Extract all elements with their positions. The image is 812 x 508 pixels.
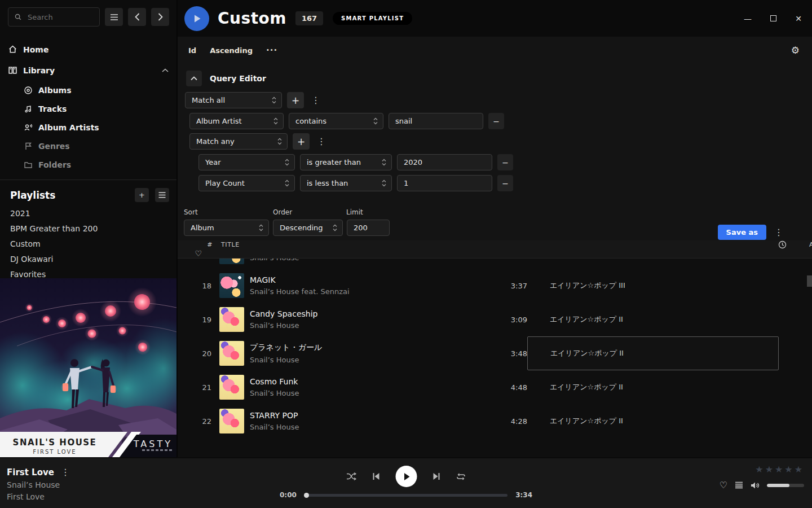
track-title[interactable]: STARRY POP <box>250 411 482 420</box>
remove-rule-button[interactable]: − <box>497 175 513 191</box>
group1-menu-icon[interactable]: ⋮ <box>309 95 323 106</box>
nav-forward-button[interactable] <box>151 8 169 26</box>
playlist-item-dj-okawari[interactable]: DJ Okawari <box>0 251 176 266</box>
play-button[interactable] <box>396 466 417 487</box>
playlist-item-bpm[interactable]: BPM Greater than 200 <box>0 221 176 236</box>
now-playing-album[interactable]: First Love <box>7 492 70 501</box>
save-as-button[interactable]: Save as <box>718 225 766 240</box>
smart-playlist-badge: SMART PLAYLIST <box>333 12 412 25</box>
rule-operator-select[interactable]: is greater than <box>300 154 392 170</box>
nav-back-button[interactable] <box>128 8 146 26</box>
track-title[interactable]: Cosmo Funk <box>250 377 482 386</box>
add-rule-button-group2[interactable]: + <box>293 133 310 150</box>
duration-clock-icon[interactable] <box>527 240 787 249</box>
sort-select[interactable]: Album <box>184 220 269 236</box>
sidebar-item-albums[interactable]: Albums <box>24 81 176 99</box>
rule-value-input[interactable]: 1 <box>397 175 492 191</box>
sidebar-item-folders[interactable]: Folders <box>24 155 176 174</box>
track-title[interactable]: プラネット・ガール <box>250 343 482 353</box>
now-playing-menu-icon[interactable]: ⋮ <box>61 467 70 478</box>
track-cover-thumb <box>219 307 244 332</box>
favorite-button[interactable]: ♡ <box>720 480 727 491</box>
sidebar-item-label: Albums <box>38 86 72 95</box>
track-album[interactable]: エイリアン☆ポップ II <box>527 404 787 438</box>
seek-knob[interactable] <box>304 493 309 498</box>
order-label: Order <box>273 208 346 216</box>
table-row[interactable]: 20 プラネット・ガールSnail’s House 3:48 エイリアン☆ポップ… <box>178 336 812 370</box>
favorite-column-icon[interactable]: ♡ <box>178 249 219 258</box>
track-album-focused-cell[interactable]: エイリアン☆ポップ II <box>527 336 779 370</box>
updown-icon <box>285 179 289 187</box>
seek-bar[interactable] <box>304 494 508 497</box>
volume-icon[interactable] <box>751 481 760 489</box>
rule-value-input[interactable]: snail <box>389 113 483 129</box>
track-artist[interactable]: Snail’s House <box>250 321 482 330</box>
remove-rule-button[interactable]: − <box>497 154 513 170</box>
table-row[interactable]: 22 STARRY POPSnail’s House 4:28 エイリアン☆ポッ… <box>178 404 812 438</box>
next-button[interactable] <box>433 472 441 480</box>
rule-value-input[interactable]: 2020 <box>397 154 492 170</box>
gear-icon[interactable]: ⚙ <box>791 45 800 56</box>
match-select-group1[interactable]: Match all <box>185 92 282 108</box>
match-select-group2[interactable]: Match any <box>189 133 288 150</box>
window-maximize-button[interactable] <box>769 14 778 23</box>
window-close-button[interactable]: ✕ <box>794 14 803 23</box>
shuffle-button[interactable] <box>346 472 357 481</box>
sidebar-item-library[interactable]: Library <box>0 60 176 81</box>
group2-menu-icon[interactable]: ⋮ <box>315 136 328 147</box>
now-playing-artist[interactable]: Snail’s House <box>7 480 70 489</box>
menu-button[interactable] <box>105 8 123 26</box>
collapse-chevron-icon[interactable] <box>162 68 169 73</box>
track-title[interactable]: MAGIK <box>250 275 482 284</box>
sidebar-item-home[interactable]: Home <box>0 39 176 60</box>
rule-operator-select[interactable]: contains <box>289 113 383 129</box>
track-album[interactable]: エイリアン☆ポップ II <box>527 370 787 404</box>
rating-stars[interactable]: ★★★★★ <box>714 464 804 475</box>
playlist-list-button[interactable] <box>155 188 169 202</box>
sort-field-button[interactable]: Id <box>188 46 196 55</box>
table-row[interactable]: 21 Cosmo FunkSnail’s House 4:48 エイリアン☆ポッ… <box>178 370 812 404</box>
track-album[interactable]: エイリアン☆ポップ II <box>527 303 787 336</box>
col-index-header[interactable]: # <box>178 241 219 248</box>
order-select[interactable]: Descending <box>273 220 343 236</box>
track-artist[interactable]: Snail’s House <box>250 356 482 364</box>
volume-slider[interactable] <box>767 484 804 487</box>
add-rule-button-group1[interactable]: + <box>287 92 304 108</box>
play-playlist-button[interactable] <box>184 6 209 31</box>
rule-field-select[interactable]: Album Artist <box>189 113 284 129</box>
track-title[interactable]: Candy Spaceship <box>250 309 482 318</box>
now-playing-title[interactable]: First Love <box>7 467 54 478</box>
sort-direction-button[interactable]: Ascending <box>210 46 253 55</box>
track-album[interactable]: エイリアン☆ポップ III <box>527 269 787 303</box>
track-duration: 4:48 <box>482 383 527 392</box>
save-menu-icon[interactable]: ⋮ <box>772 227 785 238</box>
remove-rule-button[interactable]: − <box>488 113 504 129</box>
search-input[interactable]: Search <box>8 7 100 27</box>
playlist-item-custom[interactable]: Custom <box>0 236 176 251</box>
more-options-icon[interactable]: ··· <box>266 45 277 55</box>
col-title-header[interactable]: TITLE <box>219 241 482 248</box>
collapse-query-editor-button[interactable] <box>186 71 202 86</box>
query-editor-title: Query Editor <box>210 74 266 83</box>
col-album-header[interactable]: ALBUM <box>787 241 812 248</box>
table-row[interactable]: 18 MAGIKSnail’s House feat. Sennzai 3:37… <box>178 269 812 303</box>
previous-button[interactable] <box>372 472 381 480</box>
limit-input[interactable]: 200 <box>347 220 390 236</box>
track-artist[interactable]: Snail’s House <box>250 423 482 431</box>
queue-button[interactable] <box>735 481 743 489</box>
track-artist[interactable]: Snail’s House feat. Sennzai <box>250 287 482 296</box>
rule-field-select[interactable]: Year <box>198 154 295 170</box>
star-icon: ★ <box>775 464 784 475</box>
now-playing-artwork[interactable]: SNAIL'S HOUSE FIRST LOVE TASTY <box>0 278 176 457</box>
sidebar-item-genres[interactable]: Genres <box>24 137 176 155</box>
window-minimize-button[interactable]: — <box>743 14 752 23</box>
repeat-button[interactable] <box>456 472 466 481</box>
sidebar-item-tracks[interactable]: Tracks <box>24 99 176 118</box>
playlist-item-2021[interactable]: 2021 <box>0 205 176 221</box>
rule-operator-select[interactable]: is less than <box>300 175 392 191</box>
table-row[interactable]: 19 Candy SpaceshipSnail’s House 3:09 エイリ… <box>178 303 812 336</box>
track-artist[interactable]: Snail’s House <box>250 389 482 397</box>
add-playlist-button[interactable]: + <box>135 188 149 202</box>
rule-field-select[interactable]: Play Count <box>198 175 295 191</box>
sidebar-item-album-artists[interactable]: Album Artists <box>24 118 176 137</box>
